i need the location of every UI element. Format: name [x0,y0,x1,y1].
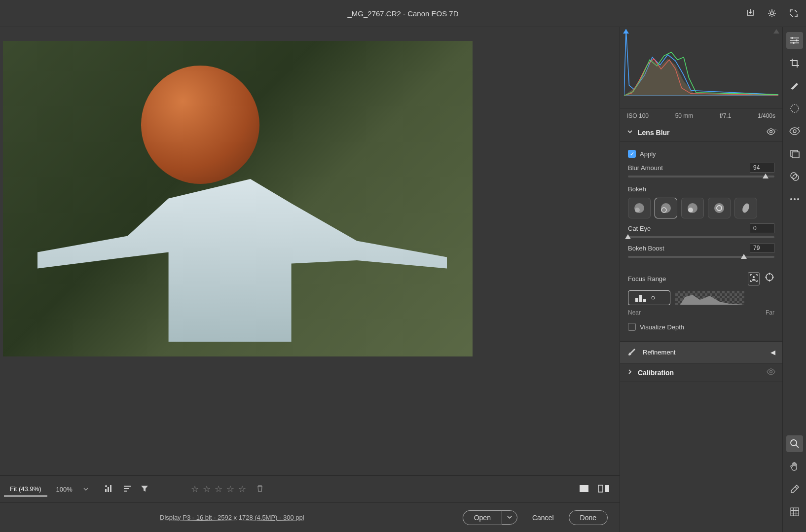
fullscreen-icon[interactable] [788,8,799,19]
trash-icon[interactable] [256,485,264,494]
histogram[interactable] [620,27,782,108]
apply-label: Apply [640,150,656,158]
edit-panel: ISO 100 50 mm f/7.1 1/400s ︿ Lens Blur ✓… [620,27,782,532]
star-2[interactable]: ☆ [203,484,211,495]
collapse-caret-icon[interactable]: ︿ [773,125,778,133]
apply-checkbox[interactable]: ✓ [628,150,636,158]
title-bar: _MG_2767.CR2 - Canon EOS 7D [0,0,806,27]
cat-eye-slider[interactable] [628,236,774,238]
cat-eye-row: Cat Eye [628,223,774,238]
highlight-clip-icon[interactable] [773,29,779,34]
sort-icon[interactable] [123,485,132,494]
crop-icon[interactable] [786,55,803,71]
exif-iso: ISO 100 [627,112,649,119]
rating-widget: ☆ ☆ ☆ ☆ ☆ [191,484,264,495]
histogram-toggle-icon[interactable] [104,484,114,495]
cat-eye-label: Cat Eye [628,225,651,232]
star-5[interactable]: ☆ [238,484,246,495]
bokeh-shape-4[interactable] [708,198,731,218]
refinement-row[interactable]: Refinement ◀ [620,341,782,363]
blur-amount-thumb[interactable] [763,174,769,178]
star-1[interactable]: ☆ [191,484,199,495]
open-dropdown-icon[interactable] [502,510,517,525]
shadow-clip-icon[interactable] [623,29,629,34]
bokeh-shape-3[interactable] [681,198,704,218]
download-icon[interactable] [745,8,756,19]
edit-panel-icon[interactable] [786,32,803,49]
titlebar-actions [745,8,799,19]
svg-point-14 [688,208,693,213]
visibility-icon[interactable] [767,368,775,377]
depth-histogram[interactable] [675,291,744,305]
zoom-100-button[interactable]: 100% [50,483,78,496]
bokeh-shape-2[interactable] [655,198,677,218]
zoom-tool-icon[interactable] [786,435,803,452]
filter-icon[interactable] [141,485,148,494]
svg-point-34 [790,198,792,200]
svg-point-24 [770,371,772,373]
bokeh-boost-input[interactable] [750,243,774,253]
snapshots-icon[interactable] [786,145,803,162]
chevron-left-icon: ◀ [770,349,775,356]
svg-point-19 [766,274,773,281]
svg-point-29 [793,130,796,133]
gear-icon[interactable] [767,8,777,19]
section-calibration-title: Calibration [638,369,762,377]
bokeh-boost-slider[interactable] [628,256,774,258]
star-3[interactable]: ☆ [215,484,222,495]
status-bar: Display P3 - 16 bit - 2592 x 1728 (4.5MP… [0,502,620,532]
grid-icon[interactable] [786,503,803,520]
exif-shutter: 1/400s [758,112,775,119]
open-button-group: Open [463,510,517,525]
mask-icon[interactable] [786,100,803,117]
section-lens-blur-header[interactable]: ︿ Lens Blur [620,123,782,142]
zoom-fit-button[interactable]: Fit (43.9%) [4,482,47,497]
more-icon[interactable] [786,191,803,208]
chevron-down-icon [627,129,633,136]
svg-point-17 [741,202,750,213]
redeye-icon[interactable] [786,123,803,140]
bokeh-shape-1[interactable] [628,198,651,218]
svg-point-25 [791,37,793,39]
zoom-dropdown-icon[interactable] [81,482,90,496]
zoom-bar: Fit (43.9%) 100% ☆ ☆ ☆ ☆ [0,475,620,502]
svg-point-10 [635,208,640,213]
focus-range-box[interactable] [628,290,670,305]
svg-rect-31 [792,152,799,158]
section-calibration-header[interactable]: Calibration [620,363,782,382]
cat-eye-thumb[interactable] [625,234,631,239]
focus-range-label: Focus Range [628,275,666,283]
svg-rect-22 [643,299,646,302]
done-button[interactable]: Done [569,510,608,525]
svg-point-28 [791,105,799,112]
svg-rect-21 [639,295,642,302]
chevron-right-icon [627,369,633,376]
presets-icon[interactable] [786,168,803,185]
focus-point-icon[interactable] [765,272,774,285]
blur-amount-slider[interactable] [628,176,774,177]
document-title: _MG_2767.CR2 - Canon EOS 7D [347,9,458,18]
svg-rect-7 [605,485,609,492]
bokeh-boost-label: Bokeh Boost [628,245,664,252]
cancel-button[interactable]: Cancel [526,511,560,525]
image-viewport[interactable] [0,27,620,475]
visualize-depth-checkbox[interactable] [628,323,636,331]
single-view-icon[interactable] [579,485,589,494]
blur-amount-input[interactable] [750,163,774,173]
blur-amount-label: Blur Amount [628,164,663,172]
star-4[interactable]: ☆ [226,484,234,495]
open-button[interactable]: Open [463,510,502,525]
focus-subject-icon[interactable] [748,272,760,285]
eyedropper-icon[interactable] [786,481,803,497]
bokeh-boost-thumb[interactable] [741,254,747,259]
cat-eye-input[interactable] [750,223,774,233]
panel-scroll[interactable]: ︿ Lens Blur ✓ Apply Blur Amount [620,123,782,532]
heal-icon[interactable] [786,77,803,94]
image-info[interactable]: Display P3 - 16 bit - 2592 x 1728 (4.5MP… [160,514,304,521]
hand-tool-icon[interactable] [786,458,803,475]
svg-rect-1 [105,489,107,492]
visualize-depth-label: Visualize Depth [640,323,684,331]
svg-rect-5 [580,485,588,492]
bokeh-shape-5[interactable] [734,198,757,218]
compare-view-icon[interactable] [598,485,610,494]
